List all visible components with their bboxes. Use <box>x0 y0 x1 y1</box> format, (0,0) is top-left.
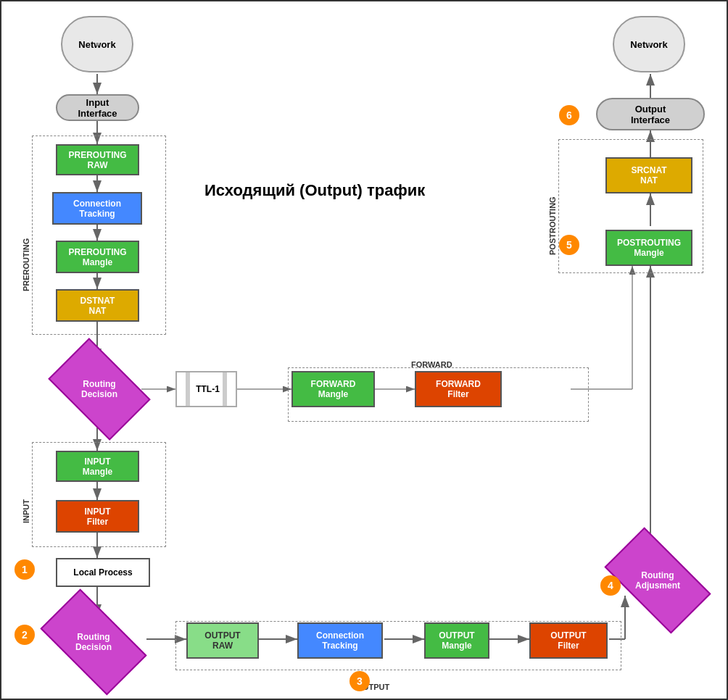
input-mangle-label: INPUT Mangle <box>83 457 112 477</box>
input-mangle: INPUT Mangle <box>56 451 139 482</box>
forward-mangle-label: FORWARD Mangle <box>311 379 356 399</box>
routing-adjustment-label: Routing Adjusment <box>635 570 680 591</box>
output-interface-label: Output Interface <box>631 104 670 125</box>
input-interface-label: Input Interface <box>78 97 117 119</box>
connection-tracking-left: Connection Tracking <box>52 192 142 225</box>
page-title: Исходящий (Output) трафик <box>204 181 425 200</box>
srcnat: SRCNAT NAT <box>605 157 692 193</box>
badge-4: 4 <box>600 575 621 596</box>
prerouting-label: PREROUTING <box>22 175 30 291</box>
local-process-label: Local Process <box>73 567 132 578</box>
prerouting-mangle-label: PREROUTING Mangle <box>68 247 126 267</box>
diagram: Исходящий (Output) трафик Network Networ… <box>0 0 728 700</box>
output-raw-label: OUTPUT RAW <box>204 630 240 651</box>
badge-1: 1 <box>15 559 35 580</box>
input-filter-label: INPUT Filter <box>85 507 111 527</box>
routing-adjustment: Routing Adjusment <box>611 552 705 609</box>
postrouting-mangle-label: POSTROUTING Mangle <box>617 238 681 258</box>
input-filter: INPUT Filter <box>56 500 139 533</box>
forward-filter: FORWARD Filter <box>415 371 502 407</box>
routing-decision-bottom-label: Routing Decision <box>75 632 112 653</box>
prerouting-mangle: PREROUTING Mangle <box>56 241 139 273</box>
input-label: INPUT <box>22 465 30 523</box>
badge-2: 2 <box>15 625 35 645</box>
network-right-label: Network <box>630 39 667 50</box>
badge-6: 6 <box>559 105 579 125</box>
badge-5: 5 <box>559 235 579 255</box>
forward-label: FORWARD <box>411 360 452 369</box>
input-interface: Input Interface <box>56 94 139 121</box>
network-right-cloud: Network <box>613 16 685 72</box>
routing-decision-bottom: Routing Decision <box>46 614 141 670</box>
connection-tracking-bottom-label: Connection Tracking <box>316 630 364 651</box>
dstnat-label: DSTNAT NAT <box>80 296 115 316</box>
forward-mangle: FORWARD Mangle <box>291 371 375 407</box>
connection-tracking-bottom: Connection Tracking <box>297 622 383 659</box>
network-left-label: Network <box>78 39 115 50</box>
routing-decision-top: Routing Decision <box>56 360 143 418</box>
prerouting-raw: PREROUTING RAW <box>56 144 139 175</box>
badge-3: 3 <box>349 671 370 691</box>
output-interface: Output Interface <box>596 98 705 130</box>
output-mangle-label: OUTPUT Mangle <box>439 630 474 651</box>
srcnat-label: SRCNAT NAT <box>631 165 666 186</box>
postrouting-mangle: POSTROUTING Mangle <box>605 230 692 266</box>
dstnat: DSTNAT NAT <box>56 289 139 322</box>
output-mangle: OUTPUT Mangle <box>424 622 489 659</box>
forward-filter-label: FORWARD Filter <box>436 379 481 399</box>
output-raw: OUTPUT RAW <box>186 622 259 659</box>
ttl-label: TTL-1 <box>196 384 220 394</box>
postrouting-label: POSTROUTING <box>548 161 557 255</box>
output-filter: OUTPUT Filter <box>529 622 608 659</box>
prerouting-raw-label: PREROUTING RAW <box>68 150 126 170</box>
output-filter-label: OUTPUT Filter <box>550 630 586 651</box>
ttl-box: TTL-1 <box>175 371 237 407</box>
local-process: Local Process <box>56 558 150 587</box>
routing-decision-top-label: Routing Decision <box>81 379 117 400</box>
network-left-cloud: Network <box>61 16 133 72</box>
connection-tracking-left-label: Connection Tracking <box>73 199 121 219</box>
